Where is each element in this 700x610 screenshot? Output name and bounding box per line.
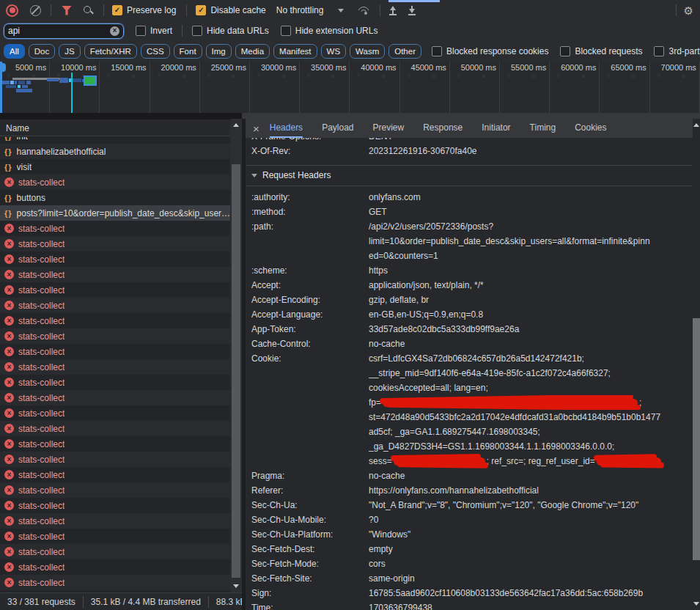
type-chip-ws[interactable]: WS bbox=[321, 44, 347, 59]
tab-timing[interactable]: Timing bbox=[530, 119, 556, 138]
request-row[interactable]: ×stats-collect bbox=[0, 482, 230, 498]
network-conditions-icon[interactable] bbox=[357, 5, 370, 15]
headers-content: X-Frame-Options:DENYX-Of-Rev:20231226191… bbox=[246, 138, 693, 610]
request-name: stats-collect bbox=[18, 239, 65, 249]
request-row[interactable]: ×stats-collect bbox=[0, 498, 230, 513]
type-chip-other[interactable]: Other bbox=[388, 44, 421, 59]
tab-initiator[interactable]: Initiator bbox=[482, 119, 510, 138]
waterfall-mark bbox=[59, 78, 68, 83]
request-row[interactable]: ×stats-collect bbox=[0, 375, 230, 390]
request-name: stats-collect bbox=[18, 316, 65, 326]
search-icon[interactable] bbox=[83, 5, 94, 16]
scrollbar-thumb[interactable] bbox=[232, 164, 240, 578]
request-row[interactable]: ×stats-collect bbox=[0, 328, 230, 344]
request-row[interactable]: {}init bbox=[0, 137, 230, 144]
overview-scrollbar-thumb[interactable] bbox=[242, 113, 700, 119]
request-row[interactable]: ×stats-collect bbox=[0, 544, 230, 559]
disable-cache-checkbox[interactable]: ✓ bbox=[196, 5, 206, 15]
checkbox-blocked-response-cookies[interactable] bbox=[432, 46, 442, 56]
filter-funnel-icon[interactable] bbox=[62, 6, 72, 15]
request-row[interactable]: ×stats-collect bbox=[0, 452, 230, 467]
waterfall-mark bbox=[47, 78, 59, 81]
clear-icon[interactable] bbox=[30, 5, 41, 16]
network-overview[interactable]: 5000 ms10000 ms15000 ms20000 ms25000 ms3… bbox=[0, 62, 700, 119]
type-chip-wasm[interactable]: Wasm bbox=[350, 44, 385, 59]
request-row[interactable]: ×stats-collect bbox=[0, 359, 230, 375]
scroll-down-icon[interactable] bbox=[693, 602, 699, 606]
scroll-up-icon[interactable] bbox=[693, 123, 699, 127]
timeline-column: 55000 ms bbox=[500, 62, 550, 113]
request-row[interactable]: ×stats-collect bbox=[0, 344, 230, 359]
export-har-icon[interactable] bbox=[407, 5, 417, 15]
settings-gear-icon[interactable]: ⚙ bbox=[684, 5, 693, 16]
type-chips: AllDocJSFetch/XHRCSSFontImgMediaManifest… bbox=[4, 44, 425, 59]
throttling-select[interactable]: No throttling bbox=[276, 5, 324, 15]
request-row[interactable]: ×stats-collect bbox=[0, 267, 230, 282]
header-value: 1703636799438 bbox=[369, 600, 693, 610]
error-icon: × bbox=[4, 378, 14, 387]
header-value: GET bbox=[369, 205, 693, 219]
type-chip-css[interactable]: CSS bbox=[141, 44, 170, 59]
request-row[interactable]: ×stats-collect bbox=[0, 436, 230, 452]
request-row[interactable]: ×stats-collect bbox=[0, 421, 230, 436]
request-row[interactable]: ×stats-collect bbox=[0, 575, 230, 590]
request-row[interactable]: ×stats-collect bbox=[0, 221, 230, 236]
checkbox-3rd-party-requests[interactable] bbox=[654, 46, 664, 56]
request-row[interactable]: ×stats-collect bbox=[0, 174, 230, 190]
timeline-tick-label: 70000 ms bbox=[661, 63, 696, 72]
request-row[interactable]: ×stats-collect bbox=[0, 405, 230, 421]
header-value-line: "Windows" bbox=[369, 527, 693, 542]
type-chip-img[interactable]: Img bbox=[206, 44, 232, 59]
tab-cookies[interactable]: Cookies bbox=[575, 119, 606, 138]
type-chip-manifest[interactable]: Manifest bbox=[273, 44, 317, 59]
record-icon[interactable] bbox=[6, 4, 18, 17]
type-chip-doc[interactable]: Doc bbox=[29, 44, 55, 59]
type-chip-media[interactable]: Media bbox=[235, 44, 270, 59]
request-row[interactable]: {}hannahelizabethofficial bbox=[0, 144, 230, 159]
request-row[interactable]: ×stats-collect bbox=[0, 559, 230, 575]
invert-checkbox[interactable] bbox=[136, 26, 146, 36]
request-row[interactable]: ×stats-collect bbox=[0, 467, 230, 482]
tab-response[interactable]: Response bbox=[423, 119, 463, 138]
chevron-down-icon[interactable] bbox=[338, 9, 344, 12]
scroll-up-icon[interactable] bbox=[233, 123, 239, 127]
request-row[interactable]: ×stats-collect bbox=[0, 282, 230, 298]
request-row[interactable]: ×stats-collect bbox=[0, 513, 230, 529]
request-row[interactable]: {}posts?limit=10&order=publish_date_desc… bbox=[0, 205, 230, 221]
type-chip-js[interactable]: JS bbox=[59, 44, 80, 59]
import-har-icon[interactable] bbox=[388, 5, 398, 15]
name-column-header[interactable]: Name bbox=[0, 119, 230, 136]
request-row[interactable]: ×stats-collect bbox=[0, 298, 230, 313]
checkbox-label: Blocked response cookies bbox=[446, 46, 548, 56]
hide-data-urls-checkbox[interactable] bbox=[192, 26, 202, 36]
preserve-log-label: Preserve log bbox=[127, 5, 176, 15]
details-scrollbar[interactable] bbox=[693, 119, 700, 610]
request-row[interactable]: ×stats-collect bbox=[0, 313, 230, 328]
request-row[interactable]: {}buttons bbox=[0, 190, 230, 205]
preserve-log-checkbox[interactable]: ✓ bbox=[112, 5, 122, 15]
header-row: Sec-Fetch-Dest:empty bbox=[246, 542, 693, 556]
request-list-scrollbar[interactable] bbox=[230, 119, 242, 592]
tab-payload[interactable]: Payload bbox=[322, 119, 353, 138]
close-icon[interactable]: × bbox=[253, 123, 259, 134]
filter-input[interactable]: api × bbox=[4, 23, 124, 39]
request-row[interactable]: ×stats-collect bbox=[0, 390, 230, 405]
request-row[interactable]: ×stats-collect bbox=[0, 236, 230, 251]
tab-preview[interactable]: Preview bbox=[373, 119, 405, 138]
request-headers-section[interactable]: Request Headers bbox=[246, 165, 693, 186]
divider bbox=[182, 25, 183, 37]
request-row[interactable]: ×stats-collect bbox=[0, 251, 230, 267]
overview-scrollbar[interactable] bbox=[0, 113, 700, 119]
timeline-tick-label: 55000 ms bbox=[511, 63, 546, 72]
request-row[interactable]: {}visit bbox=[0, 159, 230, 174]
scroll-down-icon[interactable] bbox=[233, 584, 239, 588]
type-chip-all[interactable]: All bbox=[4, 44, 25, 59]
type-chip-font[interactable]: Font bbox=[174, 44, 202, 59]
checkbox-blocked-requests[interactable] bbox=[560, 46, 570, 56]
hide-extension-urls-checkbox[interactable] bbox=[281, 26, 291, 36]
tab-headers[interactable]: Headers bbox=[270, 119, 303, 138]
type-chip-fetch-xhr[interactable]: Fetch/XHR bbox=[84, 44, 137, 59]
request-row[interactable]: ×stats-collect bbox=[0, 529, 230, 544]
clear-filter-icon[interactable]: × bbox=[110, 26, 119, 36]
scrollbar-thumb[interactable] bbox=[693, 318, 700, 560]
